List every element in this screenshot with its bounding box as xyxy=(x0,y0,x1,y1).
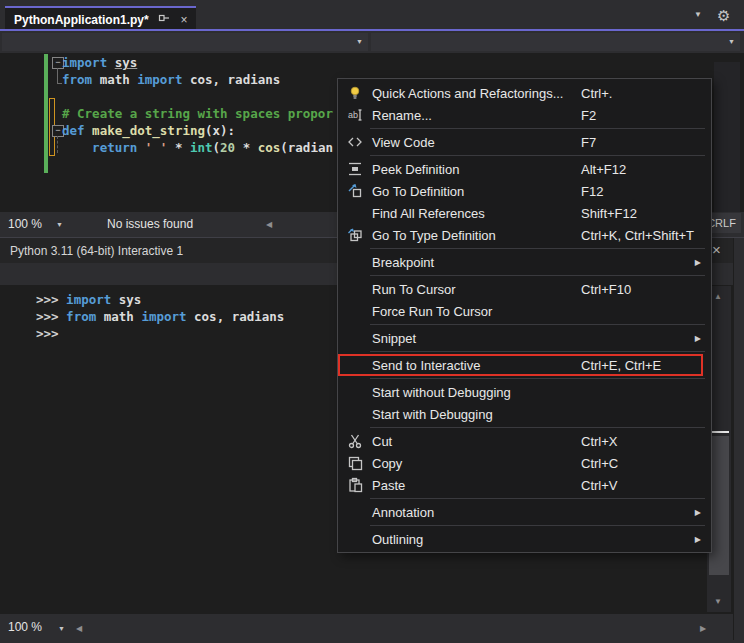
chevron-down-icon[interactable]: ▼ xyxy=(694,10,702,19)
menu-item-label: Force Run To Cursor xyxy=(372,304,492,319)
code-line: from math import cos, radians xyxy=(62,71,333,88)
navbar-member-dropdown[interactable]: ▼ xyxy=(371,33,740,51)
submenu-arrow-icon: ▶ xyxy=(695,334,701,343)
menu-item-breakpoint[interactable]: Breakpoint▶ xyxy=(338,251,711,273)
gear-icon[interactable]: ⚙ xyxy=(717,7,730,25)
rename-icon: ab xyxy=(338,107,372,123)
menu-item-label: Quick Actions and Refactorings... xyxy=(372,86,563,101)
menu-item-label: Paste xyxy=(372,478,405,493)
menu-item-shortcut: Ctrl+K, Ctrl+Shift+T xyxy=(581,228,694,243)
scroll-left-icon[interactable]: ◀ xyxy=(76,624,82,633)
menu-item-label: Send to Interactive xyxy=(372,358,480,373)
menu-item-label: Run To Cursor xyxy=(372,282,456,297)
menu-item-quick-actions-and-refactorings[interactable]: Quick Actions and Refactorings...Ctrl+. xyxy=(338,82,711,104)
scrollbar-thumb[interactable] xyxy=(709,436,729,575)
menu-item-label: Go To Type Definition xyxy=(372,228,496,243)
menu-item-shortcut: Ctrl+X xyxy=(581,434,617,449)
interactive-status-bar: 100 % ▼ ◀ ▶ xyxy=(0,614,744,640)
menu-item-start-without-debugging[interactable]: Start without Debugging xyxy=(338,381,711,403)
chevron-down-icon: ▼ xyxy=(728,38,735,45)
issues-status-label[interactable]: No issues found xyxy=(107,217,193,231)
menu-item-send-to-interactive[interactable]: Send to InteractiveCtrl+E, Ctrl+E xyxy=(338,354,703,376)
scroll-left-icon[interactable]: ◀ xyxy=(266,220,272,229)
peek-definition-icon xyxy=(338,161,372,177)
menu-separator xyxy=(370,498,705,499)
menu-item-find-all-references[interactable]: Find All ReferencesShift+F12 xyxy=(338,202,711,224)
track-changes-bar xyxy=(44,54,48,173)
menu-item-shortcut: Ctrl+E, Ctrl+E xyxy=(581,358,661,373)
menu-item-view-code[interactable]: View CodeF7 xyxy=(338,131,711,153)
menu-item-label: Annotation xyxy=(372,505,434,520)
code-line: import sys xyxy=(62,54,333,71)
menu-item-rename[interactable]: abRename...F2 xyxy=(338,104,711,126)
menu-item-label: Outlining xyxy=(372,532,423,547)
menu-item-label: Copy xyxy=(372,456,402,471)
paste-icon xyxy=(338,477,372,493)
scrollbar-caret-marker xyxy=(709,431,729,433)
menu-item-go-to-definition[interactable]: Go To DefinitionF12 xyxy=(338,180,711,202)
fold-guide xyxy=(57,68,58,83)
scroll-up-icon[interactable]: ▲ xyxy=(714,292,722,301)
tab-close-icon[interactable]: × xyxy=(176,13,192,27)
menu-item-shortcut: Ctrl+V xyxy=(581,478,617,493)
menu-item-shortcut: Ctrl+C xyxy=(581,456,618,471)
menu-separator xyxy=(370,351,705,352)
menu-item-run-to-cursor[interactable]: Run To CursorCtrl+F10 xyxy=(338,278,711,300)
scroll-right-icon[interactable]: ▶ xyxy=(700,624,706,633)
menu-item-start-with-debugging[interactable]: Start with Debugging xyxy=(338,403,711,425)
active-tab-accent-line xyxy=(0,29,744,31)
scroll-down-icon[interactable]: ▼ xyxy=(714,597,722,606)
menu-item-shortcut: Alt+F12 xyxy=(581,162,626,177)
menu-item-cut[interactable]: CutCtrl+X xyxy=(338,430,711,452)
submenu-arrow-icon: ▶ xyxy=(695,508,701,517)
editor-zoom-level[interactable]: 100 % xyxy=(8,217,42,231)
code-line: return ' ' * int(20 * cos(radian xyxy=(62,139,333,156)
menu-item-paste[interactable]: PasteCtrl+V xyxy=(338,474,711,496)
navbar-type-dropdown[interactable]: ▼ xyxy=(2,33,368,51)
zoom-dropdown-icon[interactable]: ▼ xyxy=(58,625,65,632)
menu-item-label: Cut xyxy=(372,434,392,449)
chevron-down-icon: ▼ xyxy=(356,38,363,45)
repl-line: >>> from math import cos, radians xyxy=(36,308,284,325)
menu-item-copy[interactable]: CopyCtrl+C xyxy=(338,452,711,474)
menu-separator xyxy=(370,525,705,526)
menu-separator xyxy=(370,324,705,325)
close-icon[interactable]: × xyxy=(712,241,721,258)
code-line: def make_dot_string(x): xyxy=(62,122,333,139)
menu-separator xyxy=(370,427,705,428)
menu-item-label: Go To Definition xyxy=(372,184,464,199)
tab-pythonapplication1[interactable]: PythonApplication1.py* × xyxy=(5,6,196,31)
menu-item-label: Snippet xyxy=(372,331,416,346)
view-code-icon xyxy=(338,134,372,150)
menu-separator xyxy=(370,378,705,379)
tab-title: PythonApplication1.py* xyxy=(5,13,156,27)
go-to-definition-icon xyxy=(338,183,372,199)
menu-item-label: Peek Definition xyxy=(372,162,459,177)
menu-item-force-run-to-cursor[interactable]: Force Run To Cursor xyxy=(338,300,711,322)
menu-separator xyxy=(370,248,705,249)
menu-item-go-to-type-definition[interactable]: Go To Type DefinitionCtrl+K, Ctrl+Shift+… xyxy=(338,224,711,246)
repl-line: >>> xyxy=(36,325,284,342)
cut-icon xyxy=(338,433,372,449)
menu-separator xyxy=(370,128,705,129)
svg-text:ab: ab xyxy=(348,110,358,120)
menu-separator xyxy=(370,155,705,156)
menu-item-peek-definition[interactable]: Peek DefinitionAlt+F12 xyxy=(338,158,711,180)
menu-item-shortcut: F2 xyxy=(581,108,596,123)
submenu-arrow-icon: ▶ xyxy=(695,258,701,267)
menu-item-outlining[interactable]: Outlining▶ xyxy=(338,528,711,550)
zoom-dropdown-icon[interactable]: ▼ xyxy=(56,221,63,228)
menu-separator xyxy=(370,275,705,276)
editor-vertical-scrollbar[interactable] xyxy=(714,62,740,212)
repl-line: >>> import sys xyxy=(36,291,284,308)
repl-text: >>> import sys>>> from math import cos, … xyxy=(36,291,284,342)
menu-item-annotation[interactable]: Annotation▶ xyxy=(338,501,711,523)
indent-guide xyxy=(57,136,58,153)
lightbulb-icon xyxy=(338,85,372,101)
menu-item-label: View Code xyxy=(372,135,435,150)
pin-icon[interactable] xyxy=(156,12,172,27)
code-line xyxy=(62,88,333,105)
repl-zoom-level[interactable]: 100 % xyxy=(8,620,42,634)
interactive-window-title: Python 3.11 (64-bit) Interactive 1 xyxy=(10,244,183,258)
menu-item-snippet[interactable]: Snippet▶ xyxy=(338,327,711,349)
